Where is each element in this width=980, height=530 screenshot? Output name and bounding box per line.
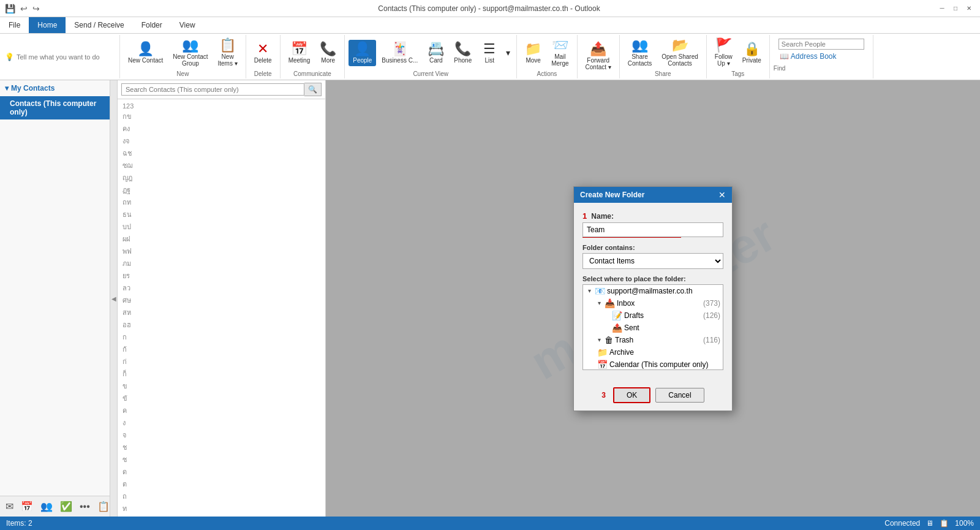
cancel-button[interactable]: Cancel — [655, 388, 704, 403]
alpha-item-k[interactable]: ก — [123, 331, 320, 343]
alpha-item-k2[interactable]: ก้ — [123, 343, 320, 355]
modal-close-button[interactable]: ✕ — [718, 190, 726, 200]
contact-search-input[interactable] — [121, 83, 304, 96]
new-contact-group-button[interactable]: 👥 New ContactGroup — [168, 36, 212, 69]
search-people-input[interactable] — [782, 40, 861, 48]
address-book-button[interactable]: 📖 Address Book — [778, 51, 864, 61]
sidebar-section-header[interactable]: ▾ My Contacts — [0, 80, 110, 96]
alpha-item-6[interactable]: ญฎ — [123, 172, 320, 184]
actions-group-label: Actions — [537, 70, 557, 77]
alpha-item-17[interactable]: สห — [123, 306, 320, 319]
alpha-item-k7[interactable]: ค — [123, 404, 320, 417]
tab-view[interactable]: View — [171, 17, 204, 33]
alpha-item-11[interactable]: ผฝ — [123, 233, 320, 245]
collapse-icon: ◀ — [111, 295, 116, 302]
maximize-button[interactable]: □ — [949, 2, 962, 15]
tell-me-input[interactable] — [17, 53, 115, 61]
follow-up-button[interactable]: 🚩 FollowUp ▾ — [710, 36, 737, 69]
sidebar-item-contacts-local[interactable]: Contacts (This computer only) — [0, 96, 110, 119]
tab-home[interactable]: Home — [29, 17, 66, 33]
nav-tasks-icon[interactable]: ✅ — [58, 499, 74, 514]
alpha-item-5[interactable]: ซฌ — [123, 159, 320, 172]
alpha-item-2[interactable]: คง — [123, 123, 320, 135]
tree-inbox[interactable]: ▾ 📥 Inbox (373) — [583, 297, 723, 309]
alpha-item-k12[interactable]: ด — [123, 466, 320, 478]
tags-buttons: 🚩 FollowUp ▾ 🔒 Private — [710, 36, 766, 69]
drafts-label: Drafts — [624, 311, 701, 320]
redo-icon[interactable]: ↪ — [32, 4, 40, 13]
open-shared-contacts-label: Open SharedContacts — [662, 53, 698, 67]
alpha-item-8[interactable]: ถท — [123, 196, 320, 208]
alpha-item-9[interactable]: ธน — [123, 208, 320, 221]
tab-folder[interactable]: Folder — [133, 17, 171, 33]
open-shared-contacts-icon: 📂 — [672, 39, 688, 52]
alpha-item-13[interactable]: ภม — [123, 257, 320, 270]
tree-root[interactable]: ▾ 📧 support@mailmaster.co.th — [583, 285, 723, 297]
alpha-item-k4[interactable]: ก็ — [123, 368, 320, 380]
new-items-button[interactable]: 📋 NewItems ▾ — [214, 36, 242, 69]
new-items-label: NewItems ▾ — [218, 53, 238, 67]
nav-more-icon[interactable]: ••• — [78, 499, 92, 514]
alpha-item-k8[interactable]: ง — [123, 417, 320, 429]
alpha-item-18[interactable]: อฮ — [123, 319, 320, 331]
alpha-item-16[interactable]: ศษ — [123, 294, 320, 306]
minimize-button[interactable]: ─ — [936, 2, 948, 15]
tree-sent[interactable]: 📤 Sent — [583, 322, 723, 334]
alpha-item-4[interactable]: ฉช — [123, 147, 320, 159]
tree-drafts[interactable]: 📝 Drafts (126) — [583, 309, 723, 322]
alpha-item-k15[interactable]: ท — [123, 502, 320, 515]
nav-calendar-icon[interactable]: 📅 — [19, 499, 35, 514]
folder-contains-select[interactable]: Contact Items — [582, 253, 723, 269]
tree-trash[interactable]: ▾ 🗑 Trash (116) — [583, 334, 723, 346]
alpha-item-7[interactable]: ฏฐ — [123, 184, 320, 196]
view-more-button[interactable]: ▾ — [503, 46, 513, 59]
alpha-item-15[interactable]: ลว — [123, 282, 320, 294]
alpha-item-k5[interactable]: ข — [123, 380, 320, 392]
undo-icon[interactable]: ↩ — [20, 4, 28, 13]
close-button[interactable]: ✕ — [963, 2, 975, 15]
alpha-item-k3[interactable]: ก่ — [123, 355, 320, 368]
contact-search-bar: 🔍 — [118, 80, 325, 99]
forward-contact-button[interactable]: 📤 ForwardContact ▾ — [581, 40, 616, 73]
phone-view-button[interactable]: 📞 Phone — [450, 40, 476, 66]
alpha-item-123[interactable]: 123 — [123, 102, 320, 110]
tab-send-receive[interactable]: Send / Receive — [66, 17, 132, 33]
list-view-button[interactable]: ☰ List — [477, 40, 502, 66]
more-button[interactable]: 📞 More — [315, 40, 341, 66]
alpha-item-3[interactable]: งจ — [123, 135, 320, 147]
alpha-item-k13[interactable]: ต — [123, 478, 320, 490]
alpha-item-k14[interactable]: ถ — [123, 490, 320, 502]
tree-archive[interactable]: 📁 Archive — [583, 346, 723, 358]
alpha-item-k10[interactable]: ช — [123, 441, 320, 453]
delete-button[interactable]: ✕ Delete — [250, 40, 276, 66]
nav-expand-icon[interactable]: 📋 — [96, 499, 110, 514]
nav-mail-icon[interactable]: ✉ — [4, 499, 15, 514]
business-card-view-button[interactable]: 🃏 Business C... — [377, 40, 422, 66]
meeting-button[interactable]: 📅 Meeting — [284, 40, 315, 66]
alpha-item-14[interactable]: ยร — [123, 270, 320, 282]
alpha-item-10[interactable]: บป — [123, 221, 320, 233]
alpha-item-1[interactable]: กข — [123, 110, 320, 123]
move-button[interactable]: 📁 Move — [521, 40, 546, 66]
share-contacts-button[interactable]: 👥 ShareContacts — [624, 36, 656, 69]
open-shared-contacts-button[interactable]: 📂 Open SharedContacts — [657, 36, 703, 69]
contact-search-icon-button[interactable]: 🔍 — [304, 83, 322, 96]
nav-contacts-icon[interactable]: 👥 — [39, 499, 55, 514]
tab-file[interactable]: File — [0, 17, 29, 33]
ribbon-group-new: 👤 New Contact 👥 New ContactGroup 📋 NewIt… — [120, 35, 246, 78]
folder-name-input[interactable] — [582, 222, 723, 237]
alpha-item-k6[interactable]: ข้ — [123, 392, 320, 404]
alpha-item-k9[interactable]: จ — [123, 429, 320, 441]
new-contact-button[interactable]: 👤 New Contact — [124, 40, 167, 66]
drafts-icon: 📝 — [612, 311, 622, 320]
alpha-item-k11[interactable]: ซ — [123, 453, 320, 466]
alpha-item-12[interactable]: พฟ — [123, 245, 320, 257]
card-view-button[interactable]: 📇 Card — [423, 40, 448, 66]
ok-button[interactable]: OK — [613, 387, 650, 403]
mail-merge-button[interactable]: 📨 MailMerge — [547, 36, 573, 69]
tree-calendar[interactable]: 📅 Calendar (This computer only) — [583, 358, 723, 370]
sidebar-collapse-button[interactable]: ◀ — [110, 80, 118, 517]
sidebar-nav-bottom: ✉ 📅 👥 ✅ ••• 📋 — [0, 496, 110, 517]
private-button[interactable]: 🔒 Private — [738, 40, 766, 66]
people-view-button[interactable]: 👤 People — [349, 40, 376, 66]
